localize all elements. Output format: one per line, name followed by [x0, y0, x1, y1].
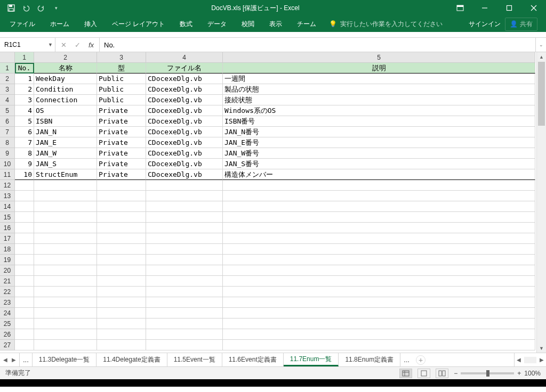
cell[interactable] — [15, 191, 34, 201]
cell[interactable] — [146, 191, 223, 201]
row-header[interactable]: 22 — [0, 287, 15, 297]
row-header[interactable]: 20 — [0, 265, 15, 276]
cell[interactable]: CDocexeDlg.vb — [146, 74, 223, 84]
cell[interactable] — [34, 297, 97, 308]
cell[interactable] — [34, 287, 97, 297]
cell[interactable] — [15, 318, 34, 329]
cell[interactable] — [97, 329, 146, 340]
cell[interactable]: CDocexeDlg.vb — [146, 159, 223, 169]
cell[interactable]: Private — [97, 137, 146, 148]
cell[interactable] — [146, 329, 223, 340]
cell[interactable] — [34, 340, 97, 350]
cell[interactable] — [146, 201, 223, 212]
cell[interactable] — [223, 340, 535, 350]
cell[interactable]: JAN_W番号 — [223, 148, 535, 159]
cell[interactable] — [146, 318, 223, 329]
cell[interactable] — [97, 255, 146, 265]
cell[interactable] — [97, 276, 146, 287]
cell[interactable] — [34, 265, 97, 276]
cell[interactable]: 接続状態 — [223, 95, 535, 105]
cell[interactable] — [34, 318, 97, 329]
row-header[interactable]: 13 — [0, 191, 15, 201]
cell[interactable]: StructEnum — [34, 169, 97, 180]
row-header[interactable]: 19 — [0, 255, 15, 265]
cell[interactable]: JAN_N — [34, 127, 97, 137]
cell[interactable]: 一週間 — [223, 74, 535, 84]
cell[interactable] — [146, 265, 223, 276]
cell[interactable]: Private — [97, 105, 146, 116]
row-header[interactable]: 17 — [0, 233, 15, 244]
cell[interactable]: Condition — [34, 84, 97, 95]
cell[interactable]: Public — [97, 74, 146, 84]
cell[interactable] — [34, 244, 97, 255]
cell[interactable] — [97, 244, 146, 255]
ribbon-display-button[interactable] — [448, 0, 472, 16]
cell[interactable]: Connection — [34, 95, 97, 105]
cell[interactable] — [34, 329, 97, 340]
cell[interactable] — [223, 244, 535, 255]
tab-next-icon[interactable]: ▶ — [12, 357, 16, 363]
cell[interactable] — [34, 255, 97, 265]
qat-customize-button[interactable]: ▾ — [49, 1, 63, 15]
cell[interactable] — [34, 191, 97, 201]
cell[interactable]: JAN_S番号 — [223, 159, 535, 169]
cell[interactable]: 説明 — [223, 63, 535, 74]
cell[interactable] — [223, 255, 535, 265]
row-header[interactable]: 23 — [0, 297, 15, 308]
cell[interactable]: Private — [97, 127, 146, 137]
enter-formula-button[interactable]: ✓ — [71, 41, 83, 49]
cell[interactable]: 型 — [97, 63, 146, 74]
cell[interactable]: 構造体メンバー — [223, 169, 535, 180]
zoom-thumb[interactable] — [486, 370, 489, 377]
name-box-dropdown-icon[interactable]: ▼ — [48, 42, 53, 47]
column-header[interactable]: 2 — [34, 52, 97, 63]
row-header[interactable]: 9 — [0, 148, 15, 159]
column-header[interactable]: 4 — [146, 52, 223, 63]
cell[interactable]: JAN_E — [34, 137, 97, 148]
cell[interactable] — [146, 255, 223, 265]
cell[interactable] — [223, 212, 535, 223]
cell[interactable] — [15, 212, 34, 223]
sheet-tab[interactable]: 11.8Enum定義書 — [339, 353, 400, 366]
horizontal-scrollbar[interactable]: ◀ ▶ — [514, 353, 546, 366]
sheet-tab[interactable]: 11.6Event定義書 — [222, 353, 284, 366]
cell[interactable] — [97, 318, 146, 329]
cell[interactable]: CDocexeDlg.vb — [146, 105, 223, 116]
column-header[interactable]: 1 — [15, 52, 34, 63]
cell[interactable] — [97, 287, 146, 297]
cell[interactable] — [146, 212, 223, 223]
hscroll-track[interactable] — [524, 357, 536, 363]
cell[interactable]: 8 — [15, 148, 34, 159]
close-button[interactable] — [521, 0, 546, 16]
cell[interactable] — [34, 308, 97, 318]
maximize-button[interactable] — [497, 0, 521, 16]
cell[interactable]: CDocexeDlg.vb — [146, 116, 223, 127]
cell[interactable] — [15, 287, 34, 297]
cell[interactable]: CDocexeDlg.vb — [146, 148, 223, 159]
cell[interactable]: Public — [97, 84, 146, 95]
cell[interactable] — [146, 287, 223, 297]
row-header[interactable]: 14 — [0, 201, 15, 212]
minimize-button[interactable] — [472, 0, 497, 16]
cell[interactable]: 9 — [15, 159, 34, 169]
cell[interactable] — [97, 201, 146, 212]
cell[interactable] — [146, 244, 223, 255]
cell[interactable]: 7 — [15, 137, 34, 148]
cell[interactable] — [146, 340, 223, 350]
cell[interactable] — [15, 340, 34, 350]
row-header[interactable]: 15 — [0, 212, 15, 223]
cell[interactable]: JAN_S — [34, 159, 97, 169]
pagebreak-view-button[interactable] — [436, 369, 448, 378]
cell[interactable]: Public — [97, 95, 146, 105]
row-header[interactable]: 26 — [0, 329, 15, 340]
cell[interactable] — [97, 297, 146, 308]
cell[interactable]: Private — [97, 148, 146, 159]
cell[interactable]: Private — [97, 159, 146, 169]
row-header[interactable]: 5 — [0, 105, 15, 116]
cell[interactable]: OS — [34, 105, 97, 116]
cell[interactable]: ISBN — [34, 116, 97, 127]
ribbon-tab-file[interactable]: ファイル — [3, 17, 42, 32]
cell[interactable]: 製品の状態 — [223, 84, 535, 95]
cell[interactable]: JAN_E番号 — [223, 137, 535, 148]
cell[interactable] — [223, 191, 535, 201]
